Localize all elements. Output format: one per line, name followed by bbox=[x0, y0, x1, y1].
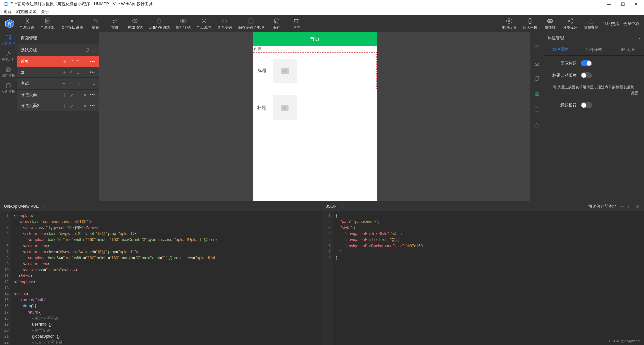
edit-icon[interactable] bbox=[69, 60, 73, 64]
member-center-link[interactable]: 会员中心 bbox=[623, 21, 639, 27]
window-close-icon[interactable]: ✕ bbox=[634, 2, 638, 7]
tab-styles[interactable]: 组件样式 bbox=[577, 44, 611, 55]
chevron-down-icon[interactable]: ⌵ bbox=[93, 48, 95, 53]
menu-refresh[interactable]: 刷新 bbox=[3, 9, 11, 15]
undo-button[interactable]: 撤销 bbox=[89, 18, 102, 30]
close-icon[interactable] bbox=[85, 81, 89, 86]
global-settings-button[interactable]: 全局设置 bbox=[19, 18, 34, 30]
menu-about[interactable]: 关于 bbox=[41, 9, 49, 15]
move-icon[interactable] bbox=[63, 93, 67, 97]
svg-point-6 bbox=[46, 20, 47, 21]
more-icon[interactable]: ••• bbox=[90, 93, 95, 97]
community-link[interactable]: 社区交流 bbox=[603, 21, 619, 27]
right-tabs: 组件属性 组件样式 组件动画 bbox=[544, 44, 644, 56]
copy-icon[interactable] bbox=[42, 204, 46, 209]
toolbar: IY 全局设置 全局图标 页面接口设置 撤销 重做 在线预览 UNIAPP调试 … bbox=[0, 15, 644, 32]
copy-icon[interactable] bbox=[534, 76, 540, 82]
page-item-ttt[interactable]: ttt ••• bbox=[17, 67, 99, 78]
page-item-subpage1[interactable]: 分包页面 ••• bbox=[17, 90, 99, 100]
clear-button[interactable]: 消空 bbox=[289, 18, 303, 30]
real-preview-button[interactable]: 真机预览 bbox=[176, 18, 191, 30]
preview-card-2[interactable]: 标题 bbox=[253, 89, 377, 126]
copy-icon[interactable] bbox=[77, 81, 82, 86]
menubar: 刷新 浏览器调试 关于 bbox=[0, 8, 644, 15]
auto-length-toggle[interactable] bbox=[581, 72, 592, 78]
online-preview-button[interactable]: 在线预览 bbox=[128, 18, 143, 30]
copy-icon[interactable] bbox=[85, 48, 89, 52]
edit-icon[interactable] bbox=[69, 93, 73, 97]
global-icons-button[interactable]: 全局图标 bbox=[40, 18, 55, 30]
redo-button[interactable]: 重做 bbox=[108, 18, 122, 30]
tab-components[interactable]: 基本组件 bbox=[0, 48, 17, 64]
copy-icon[interactable] bbox=[76, 70, 80, 74]
gear-icon[interactable] bbox=[620, 204, 624, 209]
image-placeholder-icon[interactable] bbox=[273, 59, 297, 83]
list-icon[interactable] bbox=[534, 107, 540, 113]
json-code[interactable]: 12345678 { "path": "pages/index", "style… bbox=[322, 211, 644, 345]
close-icon[interactable] bbox=[83, 60, 87, 64]
close-icon[interactable] bbox=[83, 93, 87, 97]
warning-icon[interactable] bbox=[534, 122, 540, 128]
tab-props[interactable]: 组件属性 bbox=[544, 44, 577, 55]
more-icon[interactable]: ••• bbox=[90, 104, 95, 108]
add-icon[interactable] bbox=[77, 48, 82, 52]
puzzle-icon[interactable] bbox=[534, 91, 540, 97]
template-code[interactable]: 1234567891011121314151617181920212223242… bbox=[0, 211, 322, 345]
window-maximize-icon[interactable]: ☐ bbox=[621, 2, 625, 7]
copy-icon[interactable] bbox=[340, 204, 344, 209]
copy-icon[interactable] bbox=[76, 104, 80, 108]
left-panel-header: 页面管理 ‹ bbox=[17, 32, 99, 44]
publish-case-button[interactable]: 发布案例 bbox=[584, 18, 598, 30]
shortcuts-button[interactable]: 快捷键 bbox=[543, 18, 557, 30]
close-icon[interactable] bbox=[83, 70, 87, 74]
menu-browser-debug[interactable]: 浏览器调试 bbox=[16, 9, 36, 15]
more-icon[interactable]: ••• bbox=[90, 59, 95, 64]
props-form: 显示标题 标题自动长度 可以通过放置表单组件里，通过表单的标题长度统一设置 标题… bbox=[544, 56, 644, 113]
view-code-button[interactable]: 查看源码 bbox=[217, 18, 232, 30]
window-minimize-icon[interactable]: — bbox=[607, 2, 611, 7]
refresh-icon[interactable] bbox=[628, 204, 632, 209]
more-icon[interactable]: ••• bbox=[90, 70, 95, 75]
page-api-button[interactable]: 页面接口设置 bbox=[61, 18, 83, 30]
save-local-button[interactable]: 保存源码至本地 bbox=[238, 18, 264, 30]
show-title-toggle[interactable] bbox=[581, 60, 592, 66]
copy-icon[interactable] bbox=[76, 60, 80, 64]
page-item-subpage2[interactable]: 分包页面2 ••• bbox=[17, 100, 99, 111]
tab-page-tpl[interactable]: 页面模板 bbox=[0, 80, 17, 96]
title-wrap-toggle[interactable] bbox=[581, 102, 592, 108]
close-icon[interactable] bbox=[83, 104, 87, 108]
copy-icon[interactable] bbox=[76, 93, 80, 97]
default-phone-button[interactable]: 默认手机 bbox=[523, 18, 537, 30]
close-icon[interactable] bbox=[635, 204, 640, 209]
quick-save-local[interactable]: 快速保存至本地 bbox=[588, 204, 616, 209]
tab-pages[interactable]: 页面管理 bbox=[0, 32, 17, 48]
image-placeholder-icon[interactable] bbox=[273, 95, 297, 120]
export-code-button[interactable]: 导出源码 bbox=[197, 18, 211, 30]
preview-card-1[interactable]: 标题 bbox=[253, 52, 377, 89]
page-group-header[interactable]: 默认分组 ⌵ bbox=[17, 44, 99, 56]
svg-rect-30 bbox=[77, 94, 79, 96]
edit-icon[interactable] bbox=[69, 104, 73, 108]
collapse-left-icon[interactable]: ‹ bbox=[94, 36, 95, 41]
download-icon[interactable] bbox=[534, 60, 540, 66]
code-pane-title: UniApp Uview VUE bbox=[4, 204, 39, 209]
uniapp-debug-button[interactable]: UNIAPP调试 bbox=[149, 18, 170, 30]
svg-rect-38 bbox=[43, 205, 45, 208]
share-app-button[interactable]: 分享应用 bbox=[563, 18, 578, 30]
add-icon[interactable] bbox=[62, 81, 66, 86]
local-settings-button[interactable]: 本地设置 bbox=[502, 18, 517, 30]
move-icon[interactable] bbox=[63, 70, 67, 74]
page-item-home[interactable]: 首页 ••• bbox=[17, 56, 99, 67]
save-button[interactable]: 保存 bbox=[270, 18, 283, 30]
move-icon[interactable] bbox=[63, 104, 67, 108]
move-icon[interactable] bbox=[63, 60, 67, 64]
tab-comp-tpl[interactable]: 组件模板 bbox=[0, 64, 17, 80]
svg-rect-28 bbox=[77, 71, 79, 73]
move-top-icon[interactable] bbox=[534, 45, 540, 51]
edit-icon[interactable] bbox=[69, 81, 74, 86]
collapse-right-icon[interactable]: › bbox=[639, 36, 640, 41]
tab-anim[interactable]: 组件动画 bbox=[610, 44, 644, 55]
page-group-header[interactable]: 测试 ⌵ bbox=[17, 78, 99, 90]
chevron-down-icon[interactable]: ⌵ bbox=[93, 81, 95, 86]
edit-icon[interactable] bbox=[69, 70, 73, 74]
